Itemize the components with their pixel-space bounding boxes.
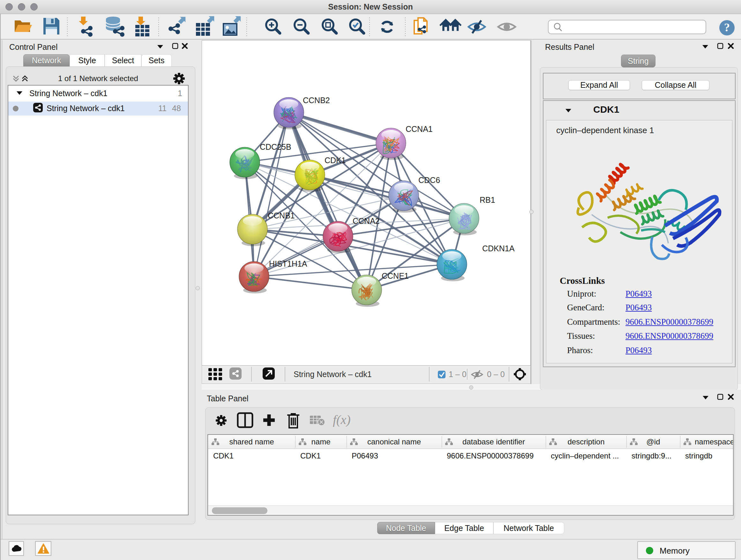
svg-text:HIST1H1A: HIST1H1A [269, 259, 307, 268]
svg-text:CCNA1: CCNA1 [406, 125, 433, 133]
svg-text:CCNB2: CCNB2 [303, 96, 330, 105]
svg-text:CDKN1A: CDKN1A [482, 244, 515, 253]
svg-text:f(x): f(x) [333, 413, 351, 427]
svg-text:?: ? [724, 21, 730, 34]
svg-text:CCNA2: CCNA2 [353, 216, 380, 226]
svg-text:CDC6: CDC6 [418, 176, 440, 185]
svg-text:1 – 0: 1 – 0 [449, 370, 467, 379]
svg-text:CCNB1: CCNB1 [268, 211, 295, 220]
svg-text:0 – 0: 0 – 0 [487, 370, 505, 379]
svg-text:String Network – cdk1: String Network – cdk1 [293, 370, 372, 379]
svg-text:RB1: RB1 [480, 195, 495, 204]
svg-text:CDC25B: CDC25B [260, 142, 291, 151]
svg-text:CDK1: CDK1 [325, 156, 346, 165]
svg-text:CCNE1: CCNE1 [382, 271, 409, 280]
